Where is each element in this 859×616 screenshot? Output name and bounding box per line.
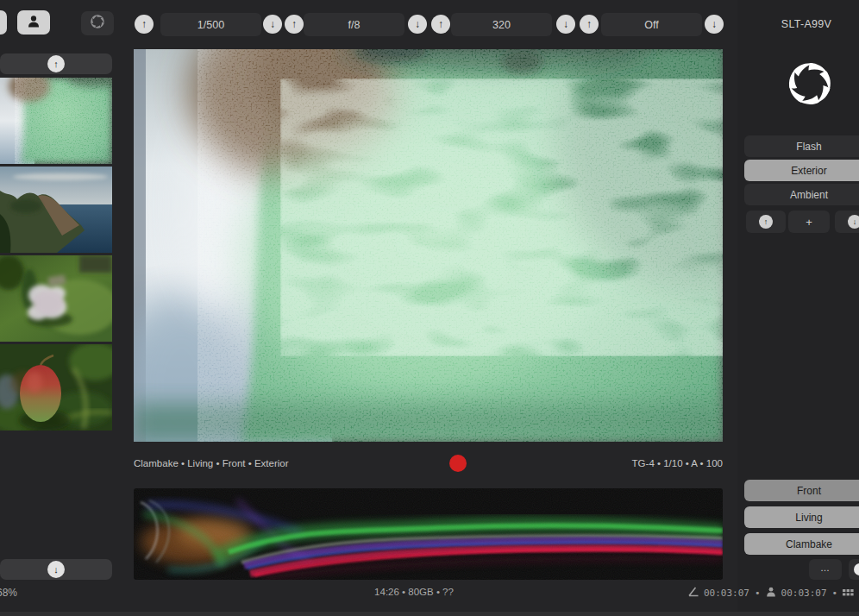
- shutter-speed-increase-button[interactable]: ↑: [135, 15, 154, 34]
- timer-readouts: 00:03:07 • 00:03:07 • 00:03:07: [687, 587, 859, 600]
- iso-increase-button[interactable]: ↑: [431, 15, 450, 34]
- scene-button-front[interactable]: Front: [744, 480, 859, 501]
- shutter-speed-decrease-button[interactable]: ↓: [263, 15, 282, 34]
- grid-icon: [843, 588, 854, 600]
- shutter-dot-icon: [854, 563, 859, 575]
- thumbnail-fruit-branch[interactable]: [0, 344, 112, 431]
- flash-increase-button[interactable]: ↑: [580, 15, 599, 34]
- lighting-button-ambient[interactable]: Ambient: [744, 184, 859, 205]
- flash-decrease-button[interactable]: ↓: [705, 15, 724, 34]
- timer-value: 00:03:07: [704, 588, 749, 599]
- shutter-swirl-icon: [89, 13, 106, 34]
- app-logo: [783, 57, 837, 110]
- aperture-decrease-button[interactable]: ↓: [408, 15, 427, 34]
- iso-value: 320: [492, 19, 511, 31]
- live-view-image[interactable]: [134, 49, 723, 442]
- camera-model-label: SLT-A99V: [750, 18, 859, 30]
- flash-mode-value: Off: [644, 19, 658, 31]
- recording-indicator: [449, 455, 467, 472]
- cropped-edge-button[interactable]: [0, 10, 7, 35]
- down-arrow-icon: ↓: [563, 19, 568, 29]
- bullet-separator: •: [755, 588, 761, 599]
- shot-tags-caption: Clambake • Living • Front • Exterior: [134, 458, 289, 468]
- exposure-info-caption: TG-4 • 1/10 • A • 100: [517, 458, 723, 468]
- button-label: Flash: [796, 141, 821, 153]
- filmstrip-scroll-up-bar[interactable]: ↑: [0, 53, 112, 74]
- aperture-field[interactable]: f/8: [304, 13, 404, 36]
- timer-value: 00:03:07: [781, 588, 827, 599]
- up-arrow-icon: ↑: [141, 19, 147, 29]
- down-arrow-icon: ↓: [415, 19, 420, 29]
- panel-move-down-button[interactable]: ↓: [835, 211, 859, 233]
- thumbnail-garden-blossom[interactable]: [0, 255, 112, 342]
- aperture-value: f/8: [348, 19, 361, 31]
- up-arrow-icon: ↑: [292, 19, 297, 29]
- thumbnail-green-bottle[interactable]: [0, 78, 112, 164]
- battery-storage-percent: 68%: [0, 587, 17, 599]
- lighting-button-flash[interactable]: Flash: [744, 135, 859, 157]
- button-label: Clambake: [786, 538, 832, 550]
- down-arrow-icon: ↓: [848, 215, 859, 229]
- shutter-speed-field[interactable]: 1/500: [160, 13, 261, 36]
- iso-decrease-button[interactable]: ↓: [556, 15, 575, 34]
- session-summary: 14:26 • 80GB • ??: [83, 587, 745, 597]
- person-icon: [27, 15, 41, 31]
- shutter-speed-value: 1/500: [198, 19, 224, 31]
- angle-icon: [687, 587, 699, 600]
- scene-button-living[interactable]: Living: [744, 506, 859, 528]
- thumbnail-coastal-cliffs[interactable]: [0, 167, 112, 253]
- button-label: Exterior: [791, 165, 826, 177]
- iso-field[interactable]: 320: [451, 13, 552, 36]
- up-arrow-icon: ↑: [47, 55, 65, 72]
- shutter-button[interactable]: [849, 559, 859, 580]
- down-arrow-icon: ↓: [47, 561, 65, 578]
- filmstrip-scroll-down-bar[interactable]: ↓: [0, 559, 112, 580]
- top-bar: ↑ 1/500 ↓ ↑ f/8 ↓ ↑ 320 ↓ ↑ Off ↓ SLT-A9…: [0, 0, 859, 49]
- lighting-button-exterior[interactable]: Exterior: [744, 160, 859, 181]
- bullet-separator: •: [832, 588, 838, 599]
- up-arrow-icon: ↑: [438, 19, 443, 29]
- up-arrow-icon: ↑: [586, 19, 592, 29]
- panel-add-button[interactable]: +: [788, 211, 830, 233]
- down-arrow-icon: ↓: [712, 19, 717, 29]
- account-button[interactable]: [17, 10, 50, 35]
- flash-mode-field[interactable]: Off: [601, 13, 702, 36]
- aperture-increase-button[interactable]: ↑: [285, 15, 304, 34]
- bottom-edge-strip: [0, 612, 859, 616]
- up-arrow-icon: ↑: [759, 215, 773, 229]
- button-label: Ambient: [790, 189, 828, 201]
- button-label: Living: [795, 512, 822, 524]
- button-label: Front: [797, 485, 821, 497]
- more-options-button[interactable]: …: [809, 559, 842, 580]
- plus-icon: +: [806, 216, 812, 229]
- person-icon: [766, 587, 776, 600]
- scene-button-clambake[interactable]: Clambake: [744, 533, 859, 555]
- rgb-waveform-scope: [134, 488, 723, 580]
- down-arrow-icon: ↓: [270, 19, 275, 29]
- panel-move-up-button[interactable]: ↑: [746, 211, 786, 233]
- ellipsis-icon: …: [820, 563, 831, 573]
- shutter-settings-button[interactable]: [81, 11, 114, 35]
